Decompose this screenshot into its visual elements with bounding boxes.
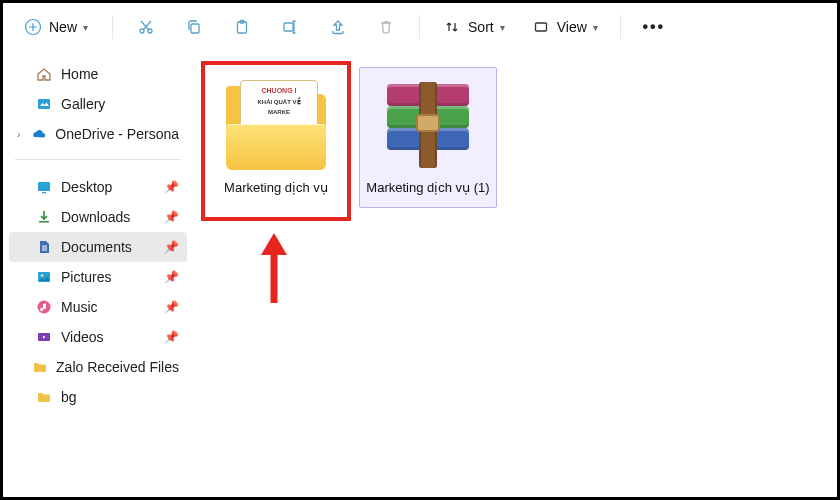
videos-icon	[35, 328, 53, 346]
plus-circle-icon	[23, 17, 43, 37]
svg-rect-8	[38, 99, 50, 109]
downloads-icon	[35, 208, 53, 226]
svg-rect-7	[535, 23, 546, 31]
copy-button[interactable]	[177, 10, 211, 44]
chevron-down-icon: ▾	[593, 22, 598, 33]
toolbar: New ▾	[3, 3, 837, 51]
chevron-right-icon: ›	[17, 129, 23, 140]
sidebar-item-label: Gallery	[61, 96, 105, 112]
chevron-down-icon: ▾	[83, 22, 88, 33]
sidebar-item-documents[interactable]: Documents 📌	[9, 232, 187, 262]
folder-thumbnail: CHUONG I KHÁI QUÁT VỀ MARKE	[221, 76, 331, 174]
rename-button[interactable]	[273, 10, 307, 44]
svg-point-12	[41, 274, 43, 276]
sidebar-item-label: Videos	[61, 329, 104, 345]
file-item-label: Marketing dịch vụ	[224, 180, 328, 197]
sidebar-item-label: Downloads	[61, 209, 130, 225]
svg-rect-6	[284, 23, 293, 31]
share-icon	[328, 17, 348, 37]
sidebar-item-gallery[interactable]: Gallery	[9, 89, 187, 119]
sidebar-item-label: Documents	[61, 239, 132, 255]
sidebar-item-pictures[interactable]: Pictures 📌	[9, 262, 187, 292]
pin-icon: 📌	[164, 270, 179, 284]
documents-icon	[35, 238, 53, 256]
sidebar-item-label: bg	[61, 389, 77, 405]
chevron-down-icon: ▾	[500, 22, 505, 33]
clipboard-icon	[232, 17, 252, 37]
sidebar-item-zalo[interactable]: Zalo Received Files	[9, 352, 187, 382]
svg-point-1	[140, 29, 144, 33]
copy-icon	[184, 17, 204, 37]
annotation-arrow	[259, 233, 289, 307]
cut-button[interactable]	[129, 10, 163, 44]
sidebar-item-desktop[interactable]: Desktop 📌	[9, 172, 187, 202]
toolbar-separator	[419, 15, 420, 39]
sidebar-item-onedrive[interactable]: › OneDrive - Persona	[9, 119, 187, 149]
view-rect-icon	[531, 17, 551, 37]
sidebar-item-downloads[interactable]: Downloads 📌	[9, 202, 187, 232]
sidebar-item-label: Desktop	[61, 179, 112, 195]
svg-rect-3	[191, 24, 199, 33]
desktop-icon	[35, 178, 53, 196]
toolbar-separator	[620, 15, 621, 39]
music-icon	[35, 298, 53, 316]
folder-paper-line: KHÁI QUÁT VỀ	[247, 98, 311, 105]
onedrive-icon	[31, 125, 47, 143]
toolbar-separator	[112, 15, 113, 39]
trash-icon	[376, 17, 396, 37]
sidebar-item-label: Music	[61, 299, 98, 315]
folder-paper-line: MARKE	[247, 109, 311, 115]
sidebar-item-bg[interactable]: bg	[9, 382, 187, 412]
content-area[interactable]: CHUONG I KHÁI QUÁT VỀ MARKE Marketing dị…	[193, 51, 837, 497]
navigation-sidebar: Home Gallery › OneDrive - Persona	[3, 51, 193, 497]
sidebar-item-home[interactable]: Home	[9, 59, 187, 89]
archive-thumbnail	[373, 76, 483, 174]
explorer-window: New ▾	[0, 0, 840, 500]
sidebar-item-label: Zalo Received Files	[56, 359, 179, 375]
sort-arrows-icon	[442, 17, 462, 37]
sidebar-item-videos[interactable]: Videos 📌	[9, 322, 187, 352]
sidebar-item-label: Home	[61, 66, 98, 82]
sort-button-label: Sort	[468, 19, 494, 35]
folder-paper-line: CHUONG I	[247, 87, 311, 94]
file-item-archive[interactable]: Marketing dịch vụ (1)	[359, 67, 497, 208]
view-button-label: View	[557, 19, 587, 35]
gallery-icon	[35, 95, 53, 113]
new-button-label: New	[49, 19, 77, 35]
more-button[interactable]: •••	[637, 10, 671, 44]
pin-icon: 📌	[164, 330, 179, 344]
svg-rect-9	[38, 182, 50, 191]
view-button[interactable]: View ▾	[525, 15, 604, 39]
svg-point-2	[148, 29, 152, 33]
sidebar-item-label: OneDrive - Persona	[55, 126, 179, 142]
folder-icon	[32, 358, 48, 376]
file-item-label: Marketing dịch vụ (1)	[366, 180, 489, 197]
new-button[interactable]: New ▾	[15, 13, 96, 41]
ellipsis-icon: •••	[642, 18, 665, 36]
pictures-icon	[35, 268, 53, 286]
sidebar-divider	[15, 159, 181, 160]
paste-button[interactable]	[225, 10, 259, 44]
rename-icon	[280, 17, 300, 37]
scissors-icon	[136, 17, 156, 37]
sidebar-item-label: Pictures	[61, 269, 112, 285]
svg-rect-10	[42, 192, 46, 193]
file-item-folder[interactable]: CHUONG I KHÁI QUÁT VỀ MARKE Marketing dị…	[207, 67, 345, 208]
folder-icon	[35, 388, 53, 406]
pin-icon: 📌	[164, 210, 179, 224]
pin-icon: 📌	[164, 180, 179, 194]
sort-button[interactable]: Sort ▾	[436, 15, 511, 39]
pin-icon: 📌	[164, 300, 179, 314]
pin-icon: 📌	[164, 240, 179, 254]
delete-button[interactable]	[369, 10, 403, 44]
home-icon	[35, 65, 53, 83]
share-button[interactable]	[321, 10, 355, 44]
main-area: Home Gallery › OneDrive - Persona	[3, 51, 837, 497]
sidebar-item-music[interactable]: Music 📌	[9, 292, 187, 322]
